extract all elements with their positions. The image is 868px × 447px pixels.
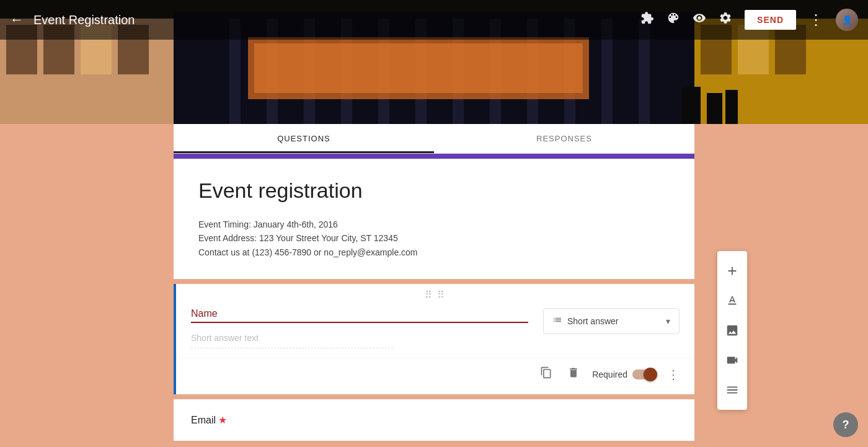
required-toggle[interactable] — [632, 368, 657, 381]
form-container: Event registration Event Timing: January… — [174, 124, 694, 447]
back-button[interactable]: ← — [10, 12, 24, 28]
right-toolbar — [717, 251, 747, 410]
preview-icon[interactable] — [693, 11, 706, 29]
header: ← Event Registration SEND ⋮ 👤 — [0, 0, 868, 40]
form-title-card: Event registration Event Timing: January… — [174, 154, 694, 279]
question-body: Name Short answer text Short answer ▾ — [176, 303, 694, 358]
required-label: Required — [592, 370, 627, 379]
dropdown-arrow-icon: ▾ — [666, 316, 670, 326]
type-selector-icon — [552, 315, 562, 327]
type-selector-label: Short answer — [567, 316, 661, 326]
header-left: ← Event Registration — [10, 12, 640, 28]
header-right: SEND ⋮ 👤 — [640, 9, 858, 31]
svg-rect-20 — [254, 43, 583, 93]
toggle-thumb — [644, 368, 657, 381]
drag-handle[interactable]: ⠿ ⠿ — [176, 284, 694, 303]
form-description: Event Timing: January 4th-6th, 2016 Even… — [198, 218, 670, 259]
form-inner: Event registration Event Timing: January… — [174, 124, 694, 441]
avatar-image: 👤 — [836, 9, 858, 31]
svg-rect-26 — [707, 93, 722, 124]
puzzle-icon[interactable] — [640, 11, 654, 29]
svg-rect-27 — [725, 90, 738, 124]
question-label-input[interactable]: Name — [191, 308, 528, 323]
duplicate-button[interactable] — [538, 364, 555, 384]
form-title: Event registration — [198, 179, 670, 203]
help-button[interactable]: ? — [833, 412, 858, 437]
add-title-button[interactable] — [717, 286, 747, 316]
settings-icon[interactable] — [719, 11, 732, 29]
header-title: Event Registration — [33, 13, 135, 27]
palette-icon[interactable] — [666, 11, 680, 29]
tabs-bar: QUESTIONS RESPONSES — [174, 124, 694, 154]
question-footer: Required ⋮ — [176, 358, 694, 394]
question-type-selector[interactable]: Short answer ▾ — [543, 308, 680, 334]
add-video-button[interactable] — [717, 345, 747, 375]
description-line1: Event Timing: January 4th-6th, 2016 — [198, 218, 670, 231]
delete-button[interactable] — [565, 364, 582, 384]
type-selector-dropdown[interactable]: Short answer ▾ — [543, 308, 680, 334]
question-left: Name Short answer text — [191, 308, 528, 348]
description-line3: Contact us at (123) 456-7890 or no_reply… — [198, 246, 670, 259]
question-more-button[interactable]: ⋮ — [667, 367, 680, 382]
add-image-button[interactable] — [717, 316, 747, 345]
email-label: Email ★ — [191, 414, 680, 426]
question-card-name: ⠿ ⠿ Name Short answer text Short answer … — [174, 284, 694, 394]
required-section: Required — [592, 368, 657, 381]
more-options-icon[interactable]: ⋮ — [808, 11, 823, 29]
question-card-email: Email ★ — [174, 399, 694, 441]
answer-placeholder-text: Short answer text — [191, 333, 393, 348]
required-star: ★ — [218, 414, 227, 426]
avatar[interactable]: 👤 — [836, 9, 858, 31]
tab-responses[interactable]: RESPONSES — [434, 124, 694, 153]
description-line2: Event Address: 123 Your Street Your City… — [198, 231, 670, 245]
svg-rect-25 — [682, 87, 701, 124]
add-question-button[interactable] — [717, 256, 747, 286]
send-button[interactable]: SEND — [745, 10, 796, 30]
tab-questions[interactable]: QUESTIONS — [174, 124, 434, 153]
add-section-button[interactable] — [717, 375, 747, 405]
